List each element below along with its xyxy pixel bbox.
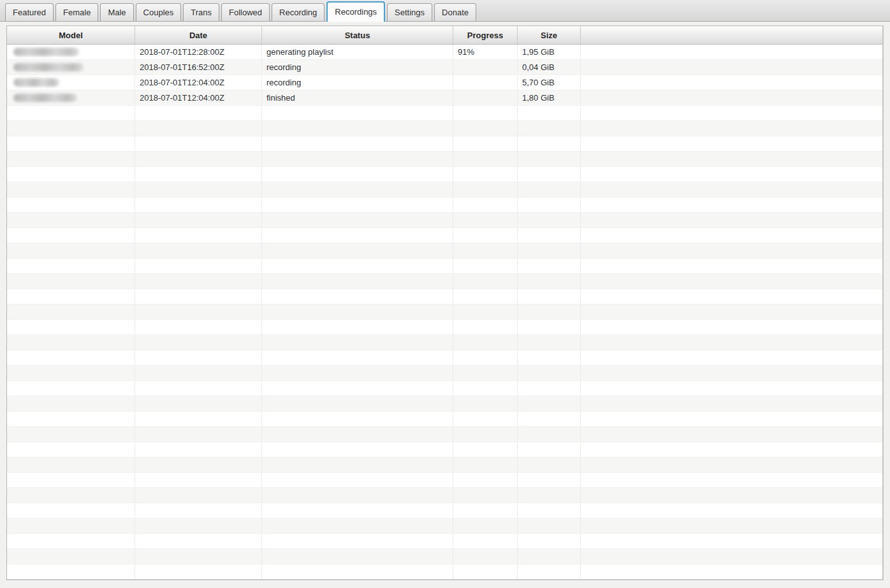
cell-extra (581, 152, 882, 166)
table-row-empty[interactable] (7, 366, 882, 381)
cell-progress (453, 366, 518, 380)
cell-size (518, 167, 581, 182)
cell-date: 2018-07-01T12:04:00Z (135, 90, 262, 105)
table-row-empty[interactable] (7, 243, 882, 259)
cell-status (262, 167, 453, 182)
table-row-empty[interactable] (7, 412, 882, 427)
table-row[interactable]: 2018-07-01T16:52:00Zrecording0,04 GiB (7, 60, 882, 75)
table-row-empty[interactable] (7, 396, 882, 412)
cell-status (262, 320, 453, 334)
table-row-empty[interactable] (7, 427, 882, 442)
tab-label: Male (108, 8, 126, 17)
cell-date (135, 152, 262, 166)
cell-date (135, 381, 262, 396)
tab-followed[interactable]: Followed (221, 3, 270, 21)
cell-progress (453, 564, 518, 579)
cell-progress (453, 259, 518, 273)
table-row-empty[interactable] (7, 350, 882, 366)
table-row-empty[interactable] (7, 381, 882, 396)
cell-date (135, 289, 262, 304)
cell-status (262, 519, 453, 533)
cell-progress (453, 90, 518, 105)
cell-model (7, 274, 135, 289)
table-row-empty[interactable] (7, 488, 882, 503)
table-row-empty[interactable] (7, 549, 882, 564)
table-row-empty[interactable] (7, 442, 882, 457)
cell-size: 1,95 GiB (518, 45, 581, 59)
cell-date (135, 503, 262, 518)
cell-model (7, 243, 135, 258)
table-row-empty[interactable] (7, 259, 882, 274)
cell-progress (453, 213, 518, 227)
table-row[interactable]: 2018-07-01T12:28:00Zgenerating playlist9… (7, 45, 882, 60)
column-header-date[interactable]: Date (135, 26, 262, 44)
tab-recording[interactable]: Recording (272, 3, 325, 21)
cell-status (262, 305, 453, 319)
tab-donate[interactable]: Donate (434, 3, 476, 21)
cell-model (7, 90, 135, 105)
cell-model (7, 152, 135, 166)
table-row-empty[interactable] (7, 228, 882, 243)
table-row-empty[interactable] (7, 320, 882, 335)
table-row-empty[interactable] (7, 519, 882, 534)
table-row-empty[interactable] (7, 305, 882, 320)
table-row-empty[interactable] (7, 335, 882, 350)
cell-date (135, 519, 262, 533)
table-row-empty[interactable] (7, 274, 882, 289)
redacted-model-name (13, 94, 77, 102)
cell-extra (581, 564, 882, 579)
recordings-table: ModelDateStatusProgressSize 2018-07-01T1… (6, 25, 884, 580)
cell-size (518, 350, 581, 365)
cell-extra (581, 350, 882, 365)
tab-male[interactable]: Male (100, 3, 133, 21)
column-header-progress[interactable]: Progress (453, 26, 518, 44)
cell-progress (453, 519, 518, 533)
tab-trans[interactable]: Trans (183, 3, 219, 21)
table-row-empty[interactable] (7, 121, 882, 136)
column-header-size[interactable]: Size (518, 26, 581, 44)
table-row-empty[interactable] (7, 136, 882, 152)
tab-recordings[interactable]: Recordings (326, 1, 385, 22)
cell-status (262, 473, 453, 487)
cell-model (7, 197, 135, 212)
column-header-status[interactable]: Status (262, 26, 453, 44)
cell-size (518, 381, 581, 396)
table-row-empty[interactable] (7, 457, 882, 473)
cell-progress (453, 152, 518, 166)
cell-extra (581, 549, 882, 564)
table-row-empty[interactable] (7, 197, 882, 213)
tab-settings[interactable]: Settings (387, 3, 432, 21)
table-row[interactable]: 2018-07-01T12:04:00Zrecording5,70 GiB (7, 75, 882, 90)
table-row[interactable]: 2018-07-01T12:04:00Zfinished1,80 GiB (7, 90, 882, 106)
cell-progress (453, 473, 518, 487)
cell-progress (453, 167, 518, 182)
table-row-empty[interactable] (7, 152, 882, 167)
cell-size (518, 106, 581, 120)
table-row-empty[interactable] (7, 564, 882, 580)
tab-female[interactable]: Female (55, 3, 98, 21)
table-row-empty[interactable] (7, 473, 882, 488)
table-row-empty[interactable] (7, 534, 882, 549)
table-row-empty[interactable] (7, 182, 882, 197)
cell-progress (453, 412, 518, 426)
table-row-empty[interactable] (7, 167, 882, 182)
cell-progress (453, 457, 518, 472)
column-header-extra[interactable] (581, 26, 882, 44)
cell-extra (581, 243, 882, 258)
cell-date (135, 136, 262, 151)
table-row-empty[interactable] (7, 213, 882, 228)
cell-extra (581, 289, 882, 304)
column-header-model[interactable]: Model (7, 26, 135, 44)
cell-progress (453, 106, 518, 120)
cell-status (262, 335, 453, 350)
table-row-empty[interactable] (7, 106, 882, 121)
cell-progress (453, 534, 518, 549)
tab-featured[interactable]: Featured (5, 3, 54, 21)
table-row-empty[interactable] (7, 289, 882, 305)
tab-label: Recording (279, 8, 317, 17)
table-row-empty[interactable] (7, 503, 882, 519)
tab-couples[interactable]: Couples (136, 3, 182, 21)
cell-date: 2018-07-01T16:52:00Z (135, 60, 262, 75)
cell-size: 0,04 GiB (518, 60, 581, 75)
cell-status: recording (262, 60, 453, 75)
